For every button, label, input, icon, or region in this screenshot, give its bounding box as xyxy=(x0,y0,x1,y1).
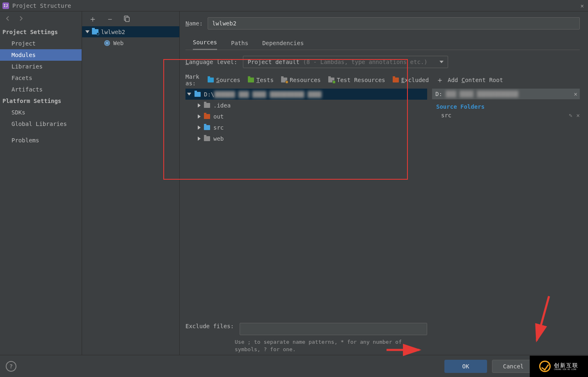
folder-icon xyxy=(208,78,214,82)
left-nav: Project Settings Project Modules Librari… xyxy=(0,11,82,355)
module-tree: ＋ － lwlweb2 Web xyxy=(82,11,180,355)
folder-icon xyxy=(204,125,210,130)
tree-row-src[interactable]: src xyxy=(185,122,427,133)
nav-problems[interactable]: Problems xyxy=(0,135,82,146)
expand-icon[interactable] xyxy=(187,93,191,96)
module-root[interactable]: lwlweb2 xyxy=(82,26,179,37)
edit-icon[interactable]: ✎ xyxy=(569,112,572,119)
window-title: Project Structure xyxy=(12,2,71,9)
mark-resources[interactable]: Resources xyxy=(281,77,321,83)
name-label: NName:ame: xyxy=(185,20,203,27)
remove-root-icon[interactable]: ✕ xyxy=(574,91,577,97)
nav-artifacts[interactable]: Artifacts xyxy=(0,84,82,95)
mark-as-toolbar: Mark as: Sources Tests Resources Test Re… xyxy=(185,74,427,86)
source-folders-header: Source Folders xyxy=(432,99,580,111)
folder-icon xyxy=(194,92,201,97)
module-name-input[interactable] xyxy=(208,17,580,30)
mark-as-label: Mark as: xyxy=(185,73,199,87)
section-project-settings: Project Settings xyxy=(0,26,82,38)
tab-sources[interactable]: Sources xyxy=(193,39,217,50)
apply-button[interactable]: Apply xyxy=(540,360,582,373)
tab-paths[interactable]: Paths xyxy=(231,40,248,50)
folder-icon xyxy=(248,78,254,82)
module-remove-icon[interactable]: － xyxy=(106,15,114,23)
mark-excluded[interactable]: Excluded xyxy=(393,77,429,83)
nav-facets[interactable]: Facets xyxy=(0,72,82,84)
lang-level-hint: (8 - Lambdas, type annotations etc.) xyxy=(303,59,427,65)
dialog-footer: ? OK Cancel Apply xyxy=(0,355,588,377)
nav-project[interactable]: Project xyxy=(0,38,82,49)
folder-icon xyxy=(328,78,334,82)
folder-icon xyxy=(204,103,210,108)
exclude-files-label: Exclude files: xyxy=(185,323,234,329)
nav-modules[interactable]: Modules xyxy=(0,49,82,61)
nav-history xyxy=(0,11,82,26)
module-editor: NName:ame: Sources Paths Dependencies La… xyxy=(180,11,588,355)
mark-test-resources[interactable]: Test Resources xyxy=(328,77,385,83)
title-bar: IJ Project Structure ✕ xyxy=(0,0,588,11)
tree-label: src xyxy=(213,124,224,131)
lang-level-value: Project default xyxy=(247,59,299,65)
content-root-path: D: ███ ████ ████████████ xyxy=(435,91,518,97)
plus-icon: ＋ xyxy=(436,75,444,85)
nav-sdks[interactable]: SDKs xyxy=(0,107,82,118)
tree-root-path: D:\██████ ███ ████ ██████████ ████ xyxy=(204,91,322,98)
svg-rect-1 xyxy=(126,17,129,22)
app-icon: IJ xyxy=(2,2,9,9)
module-add-icon[interactable]: ＋ xyxy=(89,15,97,23)
exclude-files-input[interactable] xyxy=(240,323,427,335)
forward-icon[interactable] xyxy=(17,15,25,23)
help-button[interactable]: ? xyxy=(6,361,16,372)
exclude-hint: Use ; to separate name patterns, * for a… xyxy=(185,335,427,355)
module-root-label: lwlweb2 xyxy=(101,29,125,35)
expand-icon[interactable] xyxy=(85,30,89,33)
module-facet-web[interactable]: Web xyxy=(82,37,179,48)
expand-icon[interactable] xyxy=(198,114,201,119)
tree-row-out[interactable]: out xyxy=(185,111,427,122)
module-tabs: Sources Paths Dependencies xyxy=(185,37,580,50)
content-root-tree[interactable]: D:\██████ ███ ████ ██████████ ████ .idea… xyxy=(185,89,427,318)
expand-icon[interactable] xyxy=(198,126,201,130)
expand-icon[interactable] xyxy=(198,103,201,107)
tree-root-row[interactable]: D:\██████ ███ ████ ██████████ ████ xyxy=(185,89,427,100)
source-folder-item[interactable]: src ✎ ✕ xyxy=(432,111,580,120)
mark-tests[interactable]: Tests xyxy=(248,77,274,83)
nav-libraries[interactable]: Libraries xyxy=(0,61,82,72)
tree-label: out xyxy=(213,113,224,120)
folder-icon xyxy=(281,78,287,82)
module-facet-label: Web xyxy=(113,40,124,46)
lang-level-label: Language level: xyxy=(185,59,237,65)
window-close-icon[interactable]: ✕ xyxy=(579,2,586,9)
tree-label: web xyxy=(213,135,224,142)
tree-label: .idea xyxy=(213,102,231,109)
remove-icon[interactable]: ✕ xyxy=(577,112,580,119)
content-root-entry[interactable]: D: ███ ████ ████████████ ✕ xyxy=(432,89,580,99)
folder-icon xyxy=(204,114,210,119)
tree-row-idea[interactable]: .idea xyxy=(185,100,427,111)
back-icon[interactable] xyxy=(4,15,11,23)
source-folder-name: src xyxy=(441,112,451,119)
module-folder-icon xyxy=(92,29,98,34)
mark-sources[interactable]: Sources xyxy=(208,77,240,83)
add-content-root[interactable]: ＋ Add Content Root xyxy=(432,74,580,86)
folder-icon xyxy=(204,136,210,141)
expand-icon[interactable] xyxy=(198,137,201,141)
tab-dependencies[interactable]: Dependencies xyxy=(262,40,304,50)
module-copy-icon[interactable] xyxy=(123,15,130,23)
cancel-button[interactable]: Cancel xyxy=(492,360,535,373)
ok-button[interactable]: OK xyxy=(444,360,487,373)
folder-icon xyxy=(393,78,399,82)
tree-row-web[interactable]: web xyxy=(185,133,427,144)
nav-global-libraries[interactable]: Global Libraries xyxy=(0,118,82,130)
web-icon xyxy=(104,40,110,46)
section-platform-settings: Platform Settings xyxy=(0,95,82,107)
chevron-down-icon xyxy=(439,61,444,63)
lang-level-combo[interactable]: Project default (8 - Lambdas, type annot… xyxy=(243,56,448,68)
